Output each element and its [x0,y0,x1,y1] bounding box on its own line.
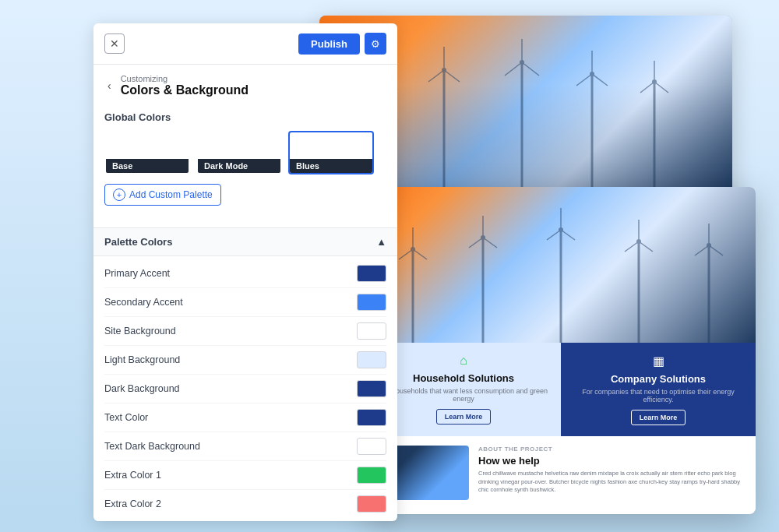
color-label: Secondary Accent [104,297,183,308]
household-desc: For households that want less consumptio… [377,387,550,403]
swatch [290,132,311,159]
svg-line-19 [592,74,608,86]
company-card: ▦ Company Solutions For companies that n… [561,343,756,436]
preview-cards-section: ⌂ Household Solutions For households tha… [366,343,756,436]
color-row-extra-color-1: Extra Color 1 [104,461,386,490]
color-label: Site Background [104,326,176,336]
color-row-dark-background: Dark Background [104,375,386,403]
svg-line-43 [625,241,639,252]
building-icon: ▦ [653,354,664,368]
dark-background-swatch[interactable] [357,380,386,397]
company-desc: For companies that need to optimise thei… [572,388,745,403]
close-icon: ✕ [110,37,119,50]
household-title: Household Solutions [413,372,514,384]
svg-line-29 [413,249,427,259]
text-dark-background-swatch[interactable] [357,438,386,455]
customizer-panel: ✕ Publish ⚙ ‹ Customizing Colors & Backg… [93,23,397,521]
svg-line-28 [399,249,413,259]
swatch [127,132,148,159]
customizing-label: Customizing [121,74,249,83]
svg-line-39 [561,230,575,240]
panel-body: Global Colors Base [93,100,397,227]
svg-line-38 [547,230,561,240]
color-label: Primary Accent [104,268,170,279]
color-row-primary-accent: Primary Accent [104,259,386,288]
extra-color-1-swatch[interactable] [357,467,386,484]
preview-hero-front [366,187,756,343]
palette-dark[interactable]: Dark Mode [196,131,282,174]
svg-line-14 [522,62,539,76]
light-background-swatch[interactable] [357,351,386,368]
color-label: Text Dark Background [104,441,200,452]
plus-circle-icon: + [113,188,125,201]
swatch [352,132,373,159]
svg-line-33 [469,238,483,248]
color-rows: Primary Accent Secondary Accent Site Bac… [93,256,397,521]
color-label: Dark Background [104,383,180,394]
preview-card-front: ⌂ Household Solutions For households tha… [366,187,756,514]
color-row-site-background: Site Background [104,317,386,346]
svg-line-18 [576,74,592,86]
svg-line-34 [483,238,497,248]
swatch [260,132,281,159]
header-actions: Publish ⚙ [298,33,386,55]
palette-colors-title: Palette Colors [104,236,172,248]
swatch [106,132,127,159]
palette-base[interactable]: Base [104,131,190,174]
svg-line-23 [640,82,654,93]
gear-button[interactable]: ⚙ [365,33,386,55]
back-button[interactable]: ‹ [104,78,115,93]
palette-dark-label: Dark Mode [198,159,280,173]
how-title: How we help [478,455,746,467]
color-row-text-color: Text Color [104,403,386,432]
palette-base-label: Base [106,159,189,173]
swatch [198,132,219,159]
chevron-up-icon: ▲ [376,236,386,248]
swatch [239,132,260,159]
color-row-secondary-accent: Secondary Accent [104,288,386,317]
site-background-swatch[interactable] [357,322,386,340]
add-custom-palette-button[interactable]: + Add Custom Palette [104,184,221,206]
color-row-light-background: Light Background [104,346,386,375]
swatch [168,132,189,159]
secondary-accent-swatch[interactable] [357,294,386,311]
text-color-swatch[interactable] [357,409,386,426]
how-we-help-section: ABOUT THE PROJECT How we help Cred chill… [366,436,756,509]
about-label: ABOUT THE PROJECT [478,446,746,453]
panel-header: ✕ Publish ⚙ [93,23,397,65]
how-desc: Cred chillwave mustache helvetica raw de… [478,470,746,495]
svg-line-8 [428,70,444,82]
swatch [331,132,352,159]
color-label: Text Color [104,412,148,423]
panel-title: Colors & Background [121,83,249,97]
household-learn-more[interactable]: Learn More [436,409,492,425]
gear-icon: ⚙ [371,38,380,50]
svg-line-48 [695,245,709,255]
extra-color-2-swatch[interactable] [357,495,386,513]
swatch [219,132,240,159]
publish-button[interactable]: Publish [298,33,360,55]
palette-blues[interactable]: Blues [288,131,374,174]
color-row-extra-color-2: Extra Color 2 [104,490,386,518]
color-label: Extra Color 2 [104,499,161,509]
color-label: Extra Color 1 [104,470,161,481]
svg-line-49 [709,245,723,255]
nav-info: Customizing Colors & Background [121,74,249,97]
global-colors: Base Dark Mode [104,131,386,174]
panel-nav: ‹ Customizing Colors & Background [93,65,397,100]
primary-accent-swatch[interactable] [357,265,386,282]
svg-line-44 [639,241,653,252]
company-learn-more[interactable]: Learn More [631,410,686,425]
color-row-text-dark-background: Text Dark Background [104,432,386,461]
how-text: ABOUT THE PROJECT How we help Cred chill… [478,446,746,500]
palette-colors-header[interactable]: Palette Colors ▲ [93,227,397,256]
main-container: ✕ Publish ⚙ ‹ Customizing Colors & Backg… [0,0,779,532]
svg-line-13 [505,62,522,76]
svg-line-24 [654,82,668,93]
home-icon: ⌂ [460,354,467,368]
close-button[interactable]: ✕ [104,33,125,54]
swatch [147,132,168,159]
swatch [311,132,332,159]
palette-blues-label: Blues [290,159,372,173]
add-palette-label: Add Custom Palette [129,189,213,200]
